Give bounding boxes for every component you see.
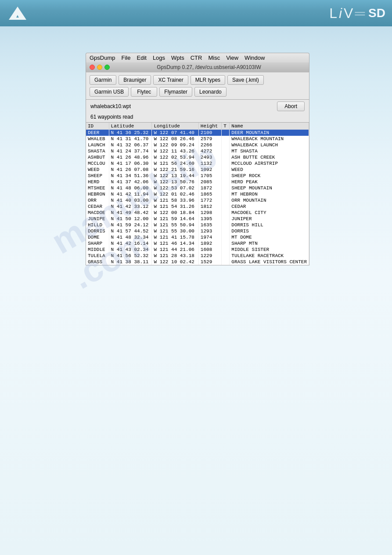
- cell-name: MT SHASTA: [230, 148, 309, 154]
- menu-app[interactable]: GpsDump: [90, 54, 115, 61]
- menu-logs[interactable]: Logs: [153, 54, 165, 61]
- cell-name: SHEEP MOUNTAIN: [230, 185, 309, 191]
- cell-id: SHEEP: [86, 173, 109, 179]
- cell-id: JUNIPE: [86, 216, 109, 222]
- cell-name: DEER MOUNTAIN: [230, 130, 309, 136]
- cell-height: 2266: [198, 142, 221, 148]
- cell-t: [222, 160, 230, 167]
- brauniger-button[interactable]: Brauniger: [119, 75, 151, 85]
- cell-lon: W 121 41 15.78: [152, 234, 198, 240]
- cell-t: [222, 203, 230, 210]
- cell-lat: N 41 59 24.12: [109, 222, 152, 228]
- cell-name: JUNIPER: [230, 216, 309, 222]
- cell-height: 1705: [198, 173, 221, 179]
- cell-t: [222, 247, 230, 253]
- close-button[interactable]: [90, 65, 95, 70]
- menu-edit[interactable]: Edit: [137, 54, 146, 61]
- cell-lon: W 121 59 14.64: [152, 216, 198, 222]
- cell-lon: W 122 08 26.46: [152, 136, 198, 142]
- col-header-height: Height: [198, 123, 221, 130]
- cell-height: 1298: [198, 210, 221, 216]
- table-row[interactable]: HILLD N 41 59 24.12 W 121 55 50.94 1635 …: [86, 222, 309, 228]
- abort-button[interactable]: Abort: [277, 102, 305, 111]
- cell-name: HERD PEAK: [230, 179, 309, 185]
- cell-height: 1892: [198, 240, 221, 247]
- menu-window[interactable]: Window: [245, 54, 265, 61]
- cell-lat: N 41 49 48.42: [109, 210, 152, 216]
- table-row[interactable]: TULELA N 41 56 52.32 W 121 28 43.18 1229…: [86, 253, 309, 259]
- cell-lon: W 121 28 43.18: [152, 253, 198, 259]
- cell-height: 1293: [198, 228, 221, 234]
- leonardo-button[interactable]: Leonardo: [194, 87, 227, 97]
- menu-view[interactable]: View: [226, 54, 238, 61]
- cell-t: [222, 179, 230, 185]
- table-row[interactable]: ASHBUT N 41 26 48.96 W 122 02 53.94 2493…: [86, 154, 309, 160]
- table-row[interactable]: SHASTA N 41 24 37.74 W 122 11 43.26 4272…: [86, 148, 309, 154]
- xc-trainer-button[interactable]: XC Trainer: [153, 75, 188, 85]
- cell-height: 1772: [198, 197, 221, 203]
- table-row[interactable]: DOME N 41 48 32.34 W 121 41 15.78 1974 M…: [86, 234, 309, 240]
- menu-misc[interactable]: Misc: [208, 54, 220, 61]
- garmin-button[interactable]: Garmin: [90, 75, 116, 85]
- menu-file[interactable]: File: [122, 54, 131, 61]
- cell-name: ASH BUTTE CREEK: [230, 154, 309, 160]
- cell-id: GRASS: [86, 259, 109, 265]
- minimize-button[interactable]: [97, 65, 102, 70]
- table-row[interactable]: WHALEB N 41 31 41.70 W 122 08 26.46 2579…: [86, 136, 309, 142]
- cell-height: 1635: [198, 222, 221, 228]
- cell-t: [222, 130, 230, 136]
- table-row[interactable]: HERD N 41 37 42.06 W 122 13 50.76 2085 H…: [86, 179, 309, 185]
- brand-logo-icon: ▲: [7, 4, 29, 22]
- menu-ctr[interactable]: CTR: [191, 54, 202, 61]
- table-row[interactable]: SHARP N 41 42 16.14 W 121 46 14.34 1892 …: [86, 240, 309, 247]
- table-row[interactable]: MIDDLE N 41 43 02.34 W 121 44 21.06 1608…: [86, 247, 309, 253]
- gpsdump-window: GpsDump File Edit Logs Wpts CTR Misc Vie…: [86, 53, 309, 265]
- table-row[interactable]: HEBRON N 41 42 11.94 W 122 01 02.46 1865…: [86, 191, 309, 197]
- cell-name: MT DOME: [230, 234, 309, 240]
- table-row[interactable]: DORRIS N 41 57 44.52 W 121 55 30.00 1293…: [86, 228, 309, 234]
- cell-name: WHALEBACK MOUNTAIN: [230, 136, 309, 142]
- cell-name: MCCLOUD AIRSTRIP: [230, 160, 309, 167]
- cell-t: [222, 185, 230, 191]
- cell-t: [222, 234, 230, 240]
- save-kml-button[interactable]: Save (.kml): [227, 75, 264, 85]
- table-row[interactable]: CEDAR N 41 42 33.12 W 121 54 31.26 1812 …: [86, 203, 309, 210]
- table-row[interactable]: GRASS N 41 38 38.11 W 122 10 02.42 1529 …: [86, 259, 309, 265]
- table-row[interactable]: WEED N 41 26 07.08 W 122 21 59.16 1092 W…: [86, 167, 309, 173]
- flymaster-button[interactable]: Flymaster: [159, 87, 192, 97]
- cell-t: [222, 228, 230, 234]
- cell-lat: N 41 50 12.00: [109, 216, 152, 222]
- cell-id: HEBRON: [86, 191, 109, 197]
- cell-lat: N 41 43 02.34: [109, 247, 152, 253]
- title-bar: GpsDump 0.27, /dev/cu.usbserial-A90103IW: [86, 62, 309, 72]
- col-header-id: ID: [86, 123, 109, 130]
- cell-lat: N 41 31 41.70: [109, 136, 152, 142]
- cell-lat: N 41 42 11.94: [109, 191, 152, 197]
- garmin-usb-button[interactable]: Garmin USB: [90, 87, 129, 97]
- cell-id: WEED: [86, 167, 109, 173]
- table-row[interactable]: DEER N 41 36 25.32 W 122 07 41.40 2100 D…: [86, 130, 309, 136]
- table-row[interactable]: JUNIPE N 41 50 12.00 W 121 59 14.64 1395…: [86, 216, 309, 222]
- table-row[interactable]: SHEEP N 41 34 51.36 W 122 13 19.44 1705 …: [86, 173, 309, 179]
- flytec-button[interactable]: Flytec: [131, 87, 157, 97]
- table-row[interactable]: MTSHEE N 41 48 06.00 W 122 53 07.02 1872…: [86, 185, 309, 191]
- cell-lat: N 41 48 06.00: [109, 185, 152, 191]
- table-row[interactable]: LAUNCH N 41 32 06.37 W 122 09 09.24 2266…: [86, 142, 309, 148]
- table-row[interactable]: MACDOE N 41 49 48.42 W 122 00 18.84 1298…: [86, 210, 309, 216]
- table-body: DEER N 41 36 25.32 W 122 07 41.40 2100 D…: [86, 130, 309, 265]
- table-row[interactable]: MCCLOU N 41 17 06.30 W 121 56 24.60 1132…: [86, 160, 309, 167]
- cell-lon: W 121 46 14.34: [152, 240, 198, 247]
- cell-lon: W 121 44 21.06: [152, 247, 198, 253]
- cell-height: 1229: [198, 253, 221, 259]
- menu-wpts[interactable]: Wpts: [171, 54, 184, 61]
- cell-lat: N 41 36 25.32: [109, 130, 152, 136]
- cell-id: MACDOE: [86, 210, 109, 216]
- maximize-button[interactable]: [104, 65, 110, 70]
- table-row[interactable]: ORR N 41 40 03.00 W 121 58 33.96 1772 OR…: [86, 197, 309, 203]
- sd-text: SD: [368, 6, 385, 20]
- cell-height: 4272: [198, 148, 221, 154]
- cell-name: SHARP MTN: [230, 240, 309, 247]
- cell-lat: N 41 48 32.34: [109, 234, 152, 240]
- cell-height: 1974: [198, 234, 221, 240]
- mlr-types-button[interactable]: MLR types: [191, 75, 225, 85]
